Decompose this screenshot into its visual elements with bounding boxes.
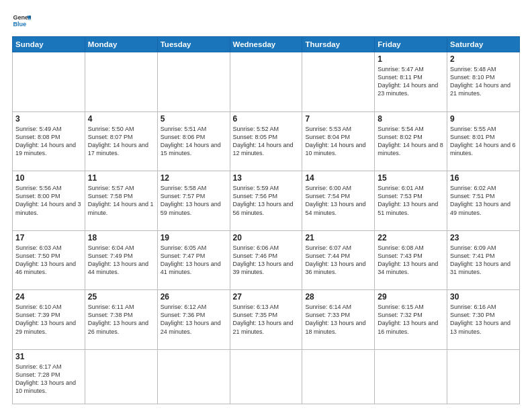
generalblue-logo-icon: General Blue <box>12 12 31 31</box>
calendar-cell: 22Sunrise: 6:08 AM Sunset: 7:43 PM Dayli… <box>375 230 447 290</box>
calendar-cell: 24Sunrise: 6:10 AM Sunset: 7:39 PM Dayli… <box>13 290 85 350</box>
calendar-cell: 18Sunrise: 6:04 AM Sunset: 7:49 PM Dayli… <box>85 230 157 290</box>
calendar-cell: 6Sunrise: 5:52 AM Sunset: 8:05 PM Daylig… <box>230 111 302 171</box>
calendar-day-header-saturday: Saturday <box>447 37 520 52</box>
calendar-cell: 4Sunrise: 5:50 AM Sunset: 8:07 PM Daylig… <box>85 111 157 171</box>
header: General Blue <box>12 12 520 31</box>
day-info: Sunrise: 5:54 AM Sunset: 8:02 PM Dayligh… <box>378 125 444 158</box>
day-number: 11 <box>88 173 154 183</box>
calendar-cell <box>302 52 375 112</box>
calendar-day-header-sunday: Sunday <box>13 37 85 52</box>
calendar-cell: 10Sunrise: 5:56 AM Sunset: 8:00 PM Dayli… <box>13 171 85 231</box>
day-number: 8 <box>378 114 444 124</box>
day-number: 28 <box>305 292 371 302</box>
day-info: Sunrise: 6:01 AM Sunset: 7:53 PM Dayligh… <box>378 184 444 217</box>
calendar-day-header-friday: Friday <box>375 37 447 52</box>
day-info: Sunrise: 6:11 AM Sunset: 7:38 PM Dayligh… <box>88 303 154 336</box>
calendar-cell: 3Sunrise: 5:49 AM Sunset: 8:08 PM Daylig… <box>13 111 85 171</box>
calendar-cell <box>85 52 157 112</box>
day-info: Sunrise: 5:47 AM Sunset: 8:11 PM Dayligh… <box>378 65 444 98</box>
calendar-cell <box>447 349 520 404</box>
day-info: Sunrise: 5:51 AM Sunset: 8:06 PM Dayligh… <box>161 125 227 158</box>
day-number: 5 <box>161 114 227 124</box>
calendar-cell <box>85 349 157 404</box>
day-number: 12 <box>161 173 227 183</box>
day-info: Sunrise: 6:03 AM Sunset: 7:50 PM Dayligh… <box>15 244 82 277</box>
day-info: Sunrise: 5:55 AM Sunset: 8:01 PM Dayligh… <box>450 125 517 158</box>
day-info: Sunrise: 6:13 AM Sunset: 7:35 PM Dayligh… <box>233 303 300 336</box>
day-info: Sunrise: 6:16 AM Sunset: 7:30 PM Dayligh… <box>450 303 517 336</box>
day-info: Sunrise: 6:07 AM Sunset: 7:44 PM Dayligh… <box>305 244 371 277</box>
calendar-cell <box>230 52 302 112</box>
day-info: Sunrise: 6:00 AM Sunset: 7:54 PM Dayligh… <box>305 184 371 217</box>
day-info: Sunrise: 6:17 AM Sunset: 7:28 PM Dayligh… <box>15 363 82 396</box>
day-number: 30 <box>450 292 517 302</box>
day-number: 29 <box>378 292 444 302</box>
calendar-cell: 14Sunrise: 6:00 AM Sunset: 7:54 PM Dayli… <box>302 171 375 231</box>
calendar-cell <box>13 52 85 112</box>
day-number: 13 <box>233 173 300 183</box>
day-info: Sunrise: 6:02 AM Sunset: 7:51 PM Dayligh… <box>450 184 517 217</box>
calendar-cell: 30Sunrise: 6:16 AM Sunset: 7:30 PM Dayli… <box>447 290 520 350</box>
calendar-day-header-wednesday: Wednesday <box>230 37 302 52</box>
day-info: Sunrise: 5:50 AM Sunset: 8:07 PM Dayligh… <box>88 125 154 158</box>
day-number: 6 <box>233 114 300 124</box>
calendar-cell: 31Sunrise: 6:17 AM Sunset: 7:28 PM Dayli… <box>13 349 85 404</box>
calendar-cell: 2Sunrise: 5:48 AM Sunset: 8:10 PM Daylig… <box>447 52 520 112</box>
day-info: Sunrise: 5:49 AM Sunset: 8:08 PM Dayligh… <box>15 125 82 158</box>
calendar-cell: 21Sunrise: 6:07 AM Sunset: 7:44 PM Dayli… <box>302 230 375 290</box>
calendar-cell: 5Sunrise: 5:51 AM Sunset: 8:06 PM Daylig… <box>157 111 230 171</box>
calendar-cell: 17Sunrise: 6:03 AM Sunset: 7:50 PM Dayli… <box>13 230 85 290</box>
day-info: Sunrise: 6:05 AM Sunset: 7:47 PM Dayligh… <box>161 244 227 277</box>
calendar-cell: 20Sunrise: 6:06 AM Sunset: 7:46 PM Dayli… <box>230 230 302 290</box>
day-info: Sunrise: 6:15 AM Sunset: 7:32 PM Dayligh… <box>378 303 444 336</box>
day-info: Sunrise: 5:53 AM Sunset: 8:04 PM Dayligh… <box>305 125 371 158</box>
calendar-cell: 23Sunrise: 6:09 AM Sunset: 7:41 PM Dayli… <box>447 230 520 290</box>
day-number: 21 <box>305 233 371 242</box>
day-info: Sunrise: 6:10 AM Sunset: 7:39 PM Dayligh… <box>15 303 82 336</box>
day-info: Sunrise: 5:57 AM Sunset: 7:58 PM Dayligh… <box>88 184 154 217</box>
calendar-cell: 26Sunrise: 6:12 AM Sunset: 7:36 PM Dayli… <box>157 290 230 350</box>
day-info: Sunrise: 5:56 AM Sunset: 8:00 PM Dayligh… <box>15 184 82 217</box>
day-number: 26 <box>161 292 227 302</box>
calendar-cell <box>230 349 302 404</box>
calendar-cell <box>157 52 230 112</box>
calendar-cell <box>375 349 447 404</box>
calendar-cell: 9Sunrise: 5:55 AM Sunset: 8:01 PM Daylig… <box>447 111 520 171</box>
day-number: 7 <box>305 114 371 124</box>
day-number: 15 <box>378 173 444 183</box>
day-number: 25 <box>88 292 154 302</box>
svg-text:Blue: Blue <box>13 21 26 28</box>
day-number: 16 <box>450 173 517 183</box>
day-number: 20 <box>233 233 300 242</box>
day-number: 18 <box>88 233 154 242</box>
day-number: 22 <box>378 233 444 242</box>
day-info: Sunrise: 5:52 AM Sunset: 8:05 PM Dayligh… <box>233 125 300 158</box>
day-info: Sunrise: 6:04 AM Sunset: 7:49 PM Dayligh… <box>88 244 154 277</box>
calendar-cell: 27Sunrise: 6:13 AM Sunset: 7:35 PM Dayli… <box>230 290 302 350</box>
page: General Blue SundayMondayTuesdayWednesda… <box>0 0 532 411</box>
calendar-cell: 16Sunrise: 6:02 AM Sunset: 7:51 PM Dayli… <box>447 171 520 231</box>
calendar-cell: 28Sunrise: 6:14 AM Sunset: 7:33 PM Dayli… <box>302 290 375 350</box>
day-number: 27 <box>233 292 300 302</box>
day-number: 23 <box>450 233 517 242</box>
calendar-cell: 19Sunrise: 6:05 AM Sunset: 7:47 PM Dayli… <box>157 230 230 290</box>
day-info: Sunrise: 6:06 AM Sunset: 7:46 PM Dayligh… <box>233 244 300 277</box>
day-number: 31 <box>15 352 82 361</box>
day-info: Sunrise: 6:08 AM Sunset: 7:43 PM Dayligh… <box>378 244 444 277</box>
day-info: Sunrise: 6:09 AM Sunset: 7:41 PM Dayligh… <box>450 244 517 277</box>
day-info: Sunrise: 6:14 AM Sunset: 7:33 PM Dayligh… <box>305 303 371 336</box>
calendar-header-row: SundayMondayTuesdayWednesdayThursdayFrid… <box>13 37 520 52</box>
calendar-day-header-thursday: Thursday <box>302 37 375 52</box>
day-number: 9 <box>450 114 517 124</box>
calendar-table: SundayMondayTuesdayWednesdayThursdayFrid… <box>12 36 520 404</box>
day-number: 4 <box>88 114 154 124</box>
calendar-cell: 13Sunrise: 5:59 AM Sunset: 7:56 PM Dayli… <box>230 171 302 231</box>
calendar-cell: 25Sunrise: 6:11 AM Sunset: 7:38 PM Dayli… <box>85 290 157 350</box>
day-number: 14 <box>305 173 371 183</box>
logo: General Blue <box>12 12 31 31</box>
calendar-cell: 1Sunrise: 5:47 AM Sunset: 8:11 PM Daylig… <box>375 52 447 112</box>
day-info: Sunrise: 5:59 AM Sunset: 7:56 PM Dayligh… <box>233 184 300 217</box>
day-number: 17 <box>15 233 82 242</box>
calendar-cell: 7Sunrise: 5:53 AM Sunset: 8:04 PM Daylig… <box>302 111 375 171</box>
